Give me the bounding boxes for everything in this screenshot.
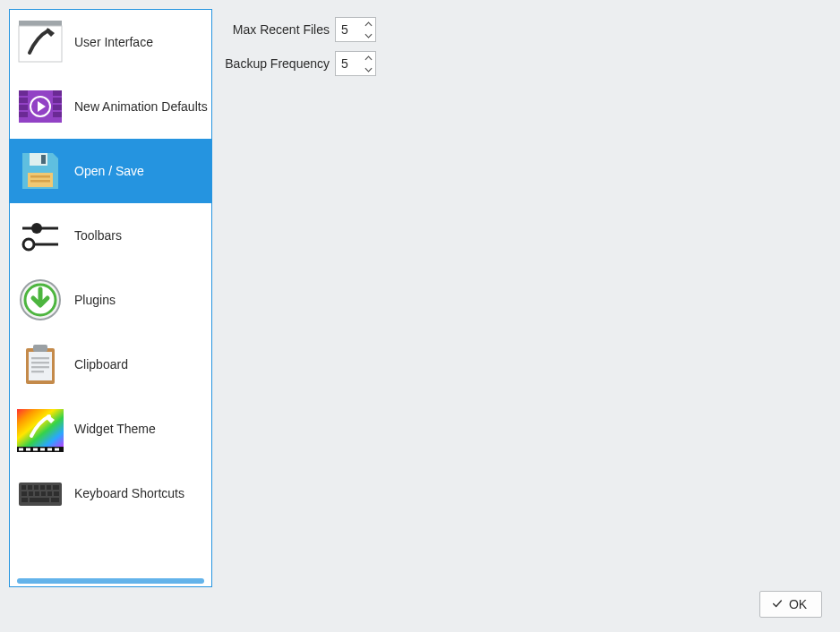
svg-point-20 <box>23 239 34 250</box>
sidebar-item-plugins[interactable]: Plugins <box>10 268 211 332</box>
scrollbar-thumb[interactable] <box>17 578 204 584</box>
svg-rect-33 <box>26 448 30 451</box>
floppy-disk-icon <box>15 146 65 196</box>
ok-button[interactable]: OK <box>759 591 822 618</box>
svg-rect-10 <box>53 112 62 117</box>
sidebar-item-animation-defaults[interactable]: New Animation Defaults <box>10 74 211 139</box>
download-arrow-icon <box>15 275 65 325</box>
sidebar-item-label: Toolbars <box>74 228 206 243</box>
check-icon <box>771 597 784 612</box>
max-recent-files-label: Max Recent Files <box>224 22 330 37</box>
svg-rect-36 <box>47 448 52 451</box>
svg-point-18 <box>31 223 42 234</box>
svg-rect-37 <box>55 448 59 451</box>
max-recent-files-value[interactable]: 5 <box>336 18 361 41</box>
svg-rect-49 <box>47 491 52 496</box>
spin-up-button[interactable] <box>361 18 375 30</box>
backup-frequency-value[interactable]: 5 <box>336 52 361 75</box>
dialog-footer: OK <box>759 591 822 618</box>
svg-rect-32 <box>19 448 23 451</box>
backup-frequency-spinbox[interactable]: 5 <box>335 51 376 76</box>
svg-rect-25 <box>33 345 47 352</box>
backup-frequency-label: Backup Frequency <box>224 56 330 71</box>
svg-rect-29 <box>31 371 44 372</box>
keyboard-icon <box>15 468 65 518</box>
sidebar-list: User Interface <box>10 10 211 576</box>
sliders-icon <box>15 210 65 260</box>
svg-rect-27 <box>31 362 49 363</box>
svg-rect-5 <box>19 105 28 110</box>
svg-rect-47 <box>35 491 39 496</box>
clipboard-icon <box>15 339 65 389</box>
svg-rect-48 <box>41 491 46 496</box>
svg-rect-8 <box>53 98 62 103</box>
svg-rect-26 <box>31 357 49 359</box>
sidebar-item-user-interface[interactable]: User Interface <box>10 10 211 74</box>
spin-up-button[interactable] <box>361 52 375 64</box>
ok-button-label: OK <box>789 597 807 611</box>
svg-rect-1 <box>19 26 62 62</box>
svg-rect-43 <box>47 485 51 490</box>
svg-rect-51 <box>21 498 28 502</box>
svg-rect-53 <box>51 498 59 502</box>
svg-rect-40 <box>28 485 32 490</box>
settings-sidebar: User Interface <box>9 9 212 587</box>
svg-rect-30 <box>17 409 64 447</box>
svg-rect-9 <box>53 105 62 110</box>
sidebar-item-label: New Animation Defaults <box>74 99 208 114</box>
svg-rect-16 <box>30 180 50 183</box>
svg-rect-45 <box>21 491 27 496</box>
sidebar-item-widget-theme[interactable]: Widget Theme <box>10 397 211 461</box>
brush-icon <box>15 17 65 67</box>
svg-rect-4 <box>19 98 28 103</box>
svg-rect-3 <box>19 90 28 96</box>
sidebar-item-label: Clipboard <box>74 357 206 372</box>
sidebar-item-label: User Interface <box>74 35 206 49</box>
svg-rect-39 <box>21 485 26 490</box>
svg-rect-35 <box>40 448 45 451</box>
spin-down-button[interactable] <box>361 30 375 41</box>
svg-rect-15 <box>30 175 50 178</box>
field-backup-frequency: Backup Frequency 5 <box>224 50 829 77</box>
sidebar-item-toolbars[interactable]: Toolbars <box>10 203 211 268</box>
filmstrip-play-icon <box>15 81 65 132</box>
max-recent-files-spinbox[interactable]: 5 <box>335 17 376 42</box>
sidebar-item-label: Keyboard Shortcuts <box>74 486 206 500</box>
svg-rect-41 <box>34 485 39 490</box>
settings-content: Max Recent Files 5 Backup Frequency 5 <box>224 16 829 576</box>
svg-rect-44 <box>53 485 59 490</box>
svg-rect-50 <box>54 491 59 496</box>
color-swatch-brush-icon <box>15 404 65 454</box>
spin-down-button[interactable] <box>361 64 375 75</box>
sidebar-horizontal-scrollbar[interactable] <box>10 576 211 586</box>
svg-rect-42 <box>40 485 45 490</box>
sidebar-item-keyboard-shortcuts[interactable]: Keyboard Shortcuts <box>10 461 211 525</box>
sidebar-item-open-save[interactable]: Open / Save <box>10 139 211 203</box>
svg-rect-7 <box>53 90 62 96</box>
svg-rect-46 <box>29 491 33 496</box>
sidebar-item-clipboard[interactable]: Clipboard <box>10 332 211 397</box>
sidebar-item-label: Open / Save <box>74 164 206 178</box>
sidebar-item-label: Widget Theme <box>74 422 206 436</box>
svg-rect-28 <box>31 366 49 368</box>
svg-rect-6 <box>19 112 28 117</box>
svg-rect-34 <box>33 448 38 451</box>
sidebar-item-label: Plugins <box>74 293 206 307</box>
svg-rect-0 <box>19 21 62 26</box>
svg-rect-13 <box>41 155 46 164</box>
field-max-recent-files: Max Recent Files 5 <box>224 16 829 43</box>
svg-rect-52 <box>30 498 49 502</box>
